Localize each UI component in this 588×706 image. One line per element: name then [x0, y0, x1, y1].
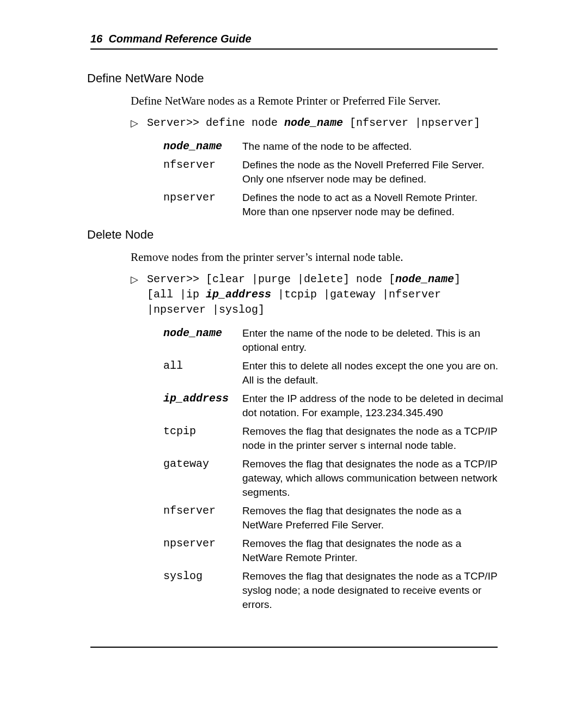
param-row: nfserver Defines the node as the Novell …: [163, 156, 504, 188]
param-row: syslog Removes the flag that designates …: [163, 567, 504, 614]
param-name: nfserver: [163, 156, 242, 188]
page: 16 Command Reference Guide Define NetWar…: [0, 0, 588, 670]
param-name: all: [163, 357, 242, 389]
param-desc: Enter this to delete all nodes except th…: [242, 357, 504, 389]
command-text: Server>> define node node_name [nfserver…: [147, 115, 506, 131]
param-row: npserver Removes the flag that designate…: [163, 534, 504, 567]
param-name: npserver: [163, 534, 242, 567]
param-desc: Defines the node to act as a Novell Remo…: [242, 188, 504, 221]
running-head: 16 Command Reference Guide: [90, 33, 539, 45]
param-row: node_name Enter the name of the node to …: [163, 324, 504, 357]
cmd-line2-a: [all |ip: [147, 288, 206, 301]
param-row: npserver Defines the node to act as a No…: [163, 188, 504, 221]
params-delete-node: node_name Enter the name of the node to …: [163, 324, 504, 614]
cmd-prefix: Server>> define node: [147, 117, 284, 129]
param-row: tcpip Removes the flag that designates t…: [163, 422, 504, 455]
param-name: npserver: [163, 188, 242, 221]
param-name: syslog: [163, 567, 242, 614]
param-name: nfserver: [163, 502, 242, 534]
cmd-line2-var: ip_address: [206, 288, 271, 301]
param-row: all Enter this to delete all nodes excep…: [163, 357, 504, 389]
param-row: nfserver Removes the flag that designate…: [163, 502, 504, 534]
top-rule: [90, 48, 498, 50]
cmd-variable: node_name: [284, 117, 343, 129]
triangle-icon: ▷: [131, 272, 147, 287]
bottom-rule: [90, 647, 498, 648]
param-desc: The name of the node to be affected.: [242, 137, 504, 156]
param-name: gateway: [163, 455, 242, 502]
param-name: tcpip: [163, 422, 242, 455]
param-name: ip_address: [163, 389, 242, 422]
param-row: ip_address Enter the IP address of the n…: [163, 389, 504, 422]
param-desc: Removes the flag that designates the nod…: [242, 534, 504, 567]
param-row: node_name The name of the node to be aff…: [163, 137, 504, 156]
param-name: node_name: [163, 324, 242, 357]
cmd-line1-c: ]: [454, 273, 461, 285]
intro-delete-node: Remove nodes from the printer server’s i…: [131, 251, 506, 264]
cmd-line1-var: node_name: [395, 273, 454, 285]
param-desc: Enter the IP address of the node to be d…: [242, 389, 504, 422]
heading-delete-node: Delete Node: [87, 228, 539, 242]
page-number: 16: [90, 33, 102, 45]
doc-title: Command Reference Guide: [108, 33, 251, 45]
cmd-line2-c: |tcpip |gateway |nfserver: [271, 288, 441, 301]
triangle-icon: ▷: [131, 115, 147, 131]
heading-define-netware-node: Define NetWare Node: [87, 71, 539, 86]
param-desc: Removes the flag that designates the nod…: [242, 422, 504, 455]
command-delete-node: ▷ Server>> [clear |purge |delete] node […: [147, 272, 506, 318]
param-desc: Removes the flag that designates the nod…: [242, 455, 504, 502]
cmd-suffix: [nfserver |npserver]: [343, 117, 480, 129]
param-row: gateway Removes the flag that designates…: [163, 455, 504, 502]
param-desc: Defines the node as the Novell Preferred…: [242, 156, 504, 188]
cmd-line1-a: Server>> [clear |purge |delete] node [: [147, 273, 395, 285]
command-text: Server>> [clear |purge |delete] node [no…: [147, 272, 506, 318]
cmd-line3: |npserver |syslog]: [147, 303, 265, 316]
param-desc: Removes the flag that designates the nod…: [242, 502, 504, 534]
param-desc: Enter the name of the node to be deleted…: [242, 324, 504, 357]
intro-define-netware-node: Define NetWare nodes as a Remote Printer…: [131, 94, 506, 108]
command-define-node: ▷ Server>> define node node_name [nfserv…: [147, 115, 506, 131]
param-desc: Removes the flag that designates the nod…: [242, 567, 504, 614]
param-name: node_name: [163, 137, 242, 156]
params-define-node: node_name The name of the node to be aff…: [163, 137, 504, 221]
